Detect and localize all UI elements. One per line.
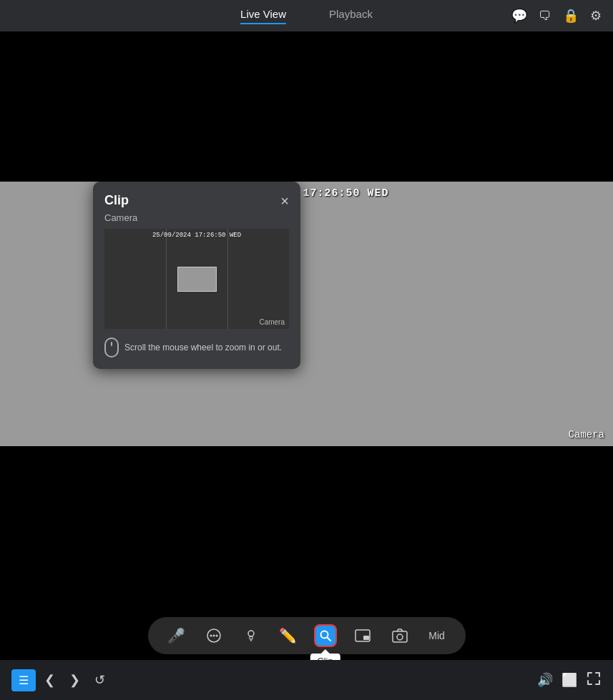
clip-dialog: Clip × Camera 25/09/2024 17:26:50 WED Ca… xyxy=(93,182,300,369)
svg-point-2 xyxy=(212,635,215,637)
clip-preview-timestamp: 25/09/2024 17:26:50 WED xyxy=(152,232,241,239)
clip-preview: 25/09/2024 17:26:50 WED Camera xyxy=(104,229,289,329)
camera-view: 25/09/2024 17:26:50 WED Camera xyxy=(0,182,613,446)
svg-line-8 xyxy=(327,638,330,641)
mouse-scroll-icon xyxy=(104,337,119,358)
mid-button[interactable]: Mid xyxy=(426,624,448,647)
message-icon[interactable]: 🗨 xyxy=(539,9,551,24)
clip-dialog-close-button[interactable]: × xyxy=(280,194,289,208)
svg-point-4 xyxy=(248,631,254,636)
svg-rect-10 xyxy=(363,636,369,640)
clip-preview-selection-box xyxy=(177,267,217,292)
pen-button[interactable]: ✏️ xyxy=(277,624,300,647)
settings-icon[interactable]: ⚙ xyxy=(590,8,602,24)
lock-icon[interactable]: 🔒 xyxy=(563,8,579,24)
fullscreen-button[interactable] xyxy=(586,671,602,690)
status-right: 🔊 ⬜ xyxy=(537,671,602,690)
refresh-button[interactable]: ↺ xyxy=(89,668,111,692)
video-area: 25/09/2024 17:26:50 WED Camera xyxy=(0,31,613,575)
clip-search-button[interactable]: Clip xyxy=(314,624,337,647)
tab-live-view[interactable]: Live View xyxy=(240,8,286,24)
prev-button[interactable]: ❮ xyxy=(39,668,61,692)
svg-rect-5 xyxy=(250,636,252,639)
volume-button[interactable]: 🔊 xyxy=(537,672,553,688)
clip-dialog-header: Clip × xyxy=(104,193,289,208)
tab-playback[interactable]: Playback xyxy=(329,8,373,24)
svg-point-1 xyxy=(210,635,212,637)
lamp-button[interactable] xyxy=(240,624,263,647)
toolbar-pill: 🎤 ✏️ Clip xyxy=(148,617,466,654)
svg-point-12 xyxy=(397,634,403,640)
status-left: ☰ ❮ ❯ ↺ xyxy=(11,668,111,692)
clip-camera-label: Camera xyxy=(104,212,289,223)
clip-preview-inner xyxy=(104,229,289,329)
circle-dots-button[interactable] xyxy=(202,624,225,647)
clip-dialog-title: Clip xyxy=(104,193,129,208)
nav-tabs: Live View Playback xyxy=(240,8,373,24)
camera-label: Camera xyxy=(569,429,604,440)
mic-button[interactable]: 🎤 xyxy=(165,624,188,647)
bottom-toolbar: 🎤 ✏️ Clip xyxy=(0,617,613,654)
clip-scroll-hint: Scroll the mouse wheel to zoom in or out… xyxy=(104,337,289,358)
video-black-bottom xyxy=(0,446,613,575)
clip-preview-camera-label: Camera xyxy=(259,318,285,326)
nav-icons: 💬 🗨 🔒 ⚙ xyxy=(511,8,602,24)
svg-point-3 xyxy=(215,635,217,637)
scroll-hint-text: Scroll the mouse wheel to zoom in or out… xyxy=(124,342,282,353)
next-button[interactable]: ❯ xyxy=(64,668,86,692)
pip-button[interactable] xyxy=(351,624,374,647)
video-black-top xyxy=(0,31,613,182)
screen-button[interactable]: ⬜ xyxy=(561,672,577,688)
snapshot-button[interactable] xyxy=(388,624,411,647)
menu-button[interactable]: ☰ xyxy=(11,669,36,691)
status-bar: ☰ ❮ ❯ ↺ 🔊 ⬜ xyxy=(0,660,613,700)
chat-icon[interactable]: 💬 xyxy=(511,8,527,24)
top-nav: Live View Playback 💬 🗨 🔒 ⚙ xyxy=(0,0,613,31)
